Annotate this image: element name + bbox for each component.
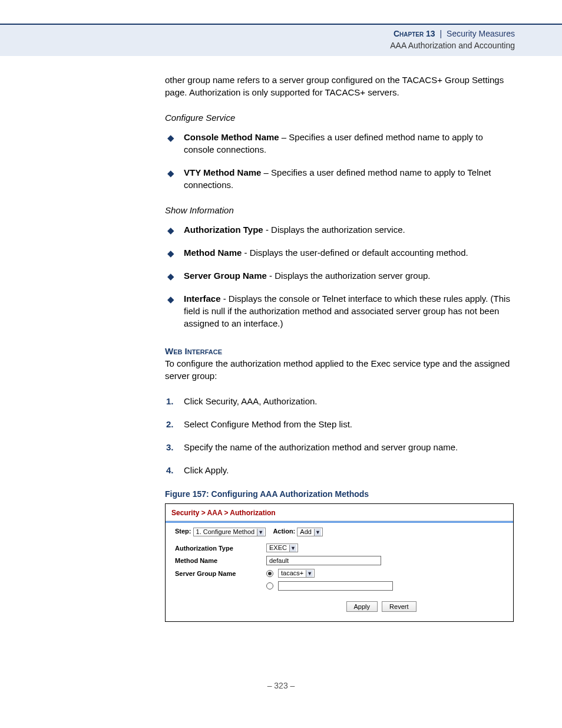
intro-paragraph: other group name refers to a server grou… [165,74,514,98]
step-item: 2.Select Configure Method from the Step … [165,418,514,430]
chevron-down-icon: ▼ [289,545,296,552]
step-select[interactable]: 1. Configure Method▼ [193,528,266,536]
list-item: Method Name - Displays the user-defined … [165,246,514,259]
chapter-label: Chapter 13 [394,29,435,38]
web-interface-heading: Web Interface [165,346,514,356]
step-item: 3.Specify the name of the authorization … [165,441,514,453]
page-number: – 323 – [0,681,562,690]
chevron-down-icon: ▼ [257,529,264,536]
server-group-radio-predefined[interactable] [266,570,273,577]
step-item: 4.Click Apply. [165,464,514,476]
list-item: VTY Method Name – Specifies a user defin… [165,166,514,191]
list-item: Interface - Displays the console or Teln… [165,292,514,330]
revert-button[interactable]: Revert [382,601,416,612]
chevron-down-icon: ▼ [306,570,313,577]
server-group-custom-input[interactable] [278,581,393,591]
apply-button[interactable]: Apply [346,601,378,612]
method-name-label: Method Name [175,557,266,564]
chapter-subtitle: AAA Authorization and Accounting [0,40,515,52]
server-group-label: Server Group Name [175,570,266,577]
chapter-title: Security Measures [447,29,515,38]
list-item: Console Method Name – Specifies a user d… [165,131,514,156]
list-item: Authorization Type - Displays the author… [165,223,514,236]
figure-screenshot: Security > AAA > Authorization Step: 1. … [165,503,514,622]
page-header: Chapter 13 | Security Measures AAA Autho… [0,25,562,56]
configure-service-heading: Configure Service [165,113,514,123]
action-label: Action: [273,528,295,535]
server-group-radio-custom[interactable] [266,582,273,589]
server-group-select[interactable]: tacacs+▼ [278,569,315,578]
action-select[interactable]: Add▼ [297,528,323,536]
step-label: Step: [175,528,191,535]
auth-type-select[interactable]: EXEC▼ [266,543,298,552]
method-name-input[interactable]: default [266,556,381,565]
figure-caption: Figure 157: Configuring AAA Authorizatio… [165,489,514,499]
show-information-heading: Show Information [165,205,514,215]
chevron-down-icon: ▼ [314,529,321,536]
list-item: Server Group Name - Displays the authori… [165,269,514,282]
auth-type-label: Authorization Type [175,545,266,552]
web-interface-intro: To configure the authorization method ap… [165,357,514,382]
breadcrumb: Security > AAA > Authorization [166,504,513,521]
step-item: 1.Click Security, AAA, Authorization. [165,395,514,407]
